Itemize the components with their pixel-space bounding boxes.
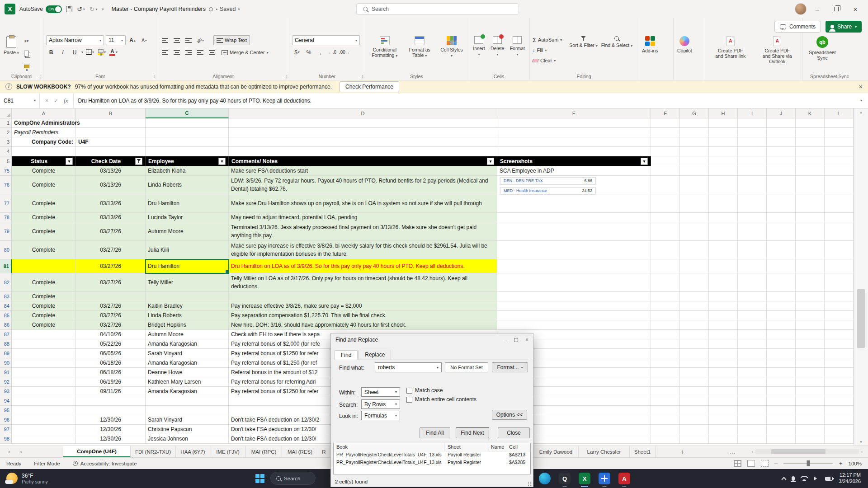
cell[interactable] [651, 311, 680, 320]
check-date-cell[interactable]: 03/27/26 [76, 222, 146, 241]
increase-decimal-button[interactable]: ←.0 [327, 47, 337, 57]
zoom-level[interactable]: 100% [849, 461, 862, 466]
find-results-list[interactable]: Book Sheet Name Cell PR_PayrollRegisterC… [333, 443, 531, 474]
merge-center-button[interactable]: Merge & Center▾ [219, 47, 271, 57]
cell[interactable] [651, 194, 680, 213]
cell[interactable] [767, 396, 796, 406]
alignment-launcher-icon[interactable] [284, 75, 287, 78]
name-box[interactable]: C81▾ [0, 93, 40, 108]
cell[interactable] [709, 128, 738, 137]
close-dialog-button[interactable]: Close [498, 427, 530, 438]
borders-button[interactable]: ▾ [85, 47, 95, 57]
addins-button[interactable]: Add-ins [641, 35, 659, 54]
copilot-button[interactable]: Copilot [676, 35, 693, 54]
cell[interactable] [796, 147, 825, 156]
employee-cell[interactable]: Sarah Vinyard [146, 415, 229, 425]
cell[interactable] [796, 292, 825, 301]
cell[interactable] [709, 137, 738, 147]
employee-cell[interactable]: Julia Kiili [146, 241, 229, 259]
cell[interactable] [825, 118, 854, 128]
cell[interactable] [651, 339, 680, 349]
excel-app-icon[interactable]: X [578, 472, 591, 485]
cell[interactable] [709, 222, 738, 241]
formula-input[interactable]: Dru Hamilton on LOA as of 3/9/26. So for… [74, 93, 854, 108]
screenshots-cell[interactable] [497, 311, 651, 320]
employee-cell[interactable]: Kathleen Mary Larsen [146, 377, 229, 387]
find-next-button[interactable]: Find Next [456, 427, 489, 438]
look-in-select[interactable]: Formulas▾ [361, 411, 400, 420]
screenshots-cell[interactable] [497, 194, 651, 213]
tabs-scroll-right-icon[interactable]: › [20, 448, 22, 455]
sheet-tab-haa-6y7-[interactable]: HAA (6Y7) [176, 446, 210, 457]
cell[interactable] [738, 320, 767, 330]
result-row[interactable]: PR_PayrollRegisterCheckLevelTotals_U4F_1… [334, 451, 530, 459]
cell[interactable] [825, 311, 854, 320]
cell[interactable] [825, 156, 854, 166]
cell[interactable] [825, 147, 854, 156]
column-header-B[interactable]: B [76, 108, 146, 118]
find-what-input[interactable]: roberts▾ [375, 362, 442, 372]
row-header-92[interactable]: 92 [0, 377, 12, 387]
cell[interactable] [680, 166, 709, 176]
cell[interactable] [825, 292, 854, 301]
cell[interactable] [709, 147, 738, 156]
hscroll-thumb[interactable] [771, 449, 826, 454]
cell[interactable] [796, 176, 825, 194]
column-header-H[interactable]: H [709, 108, 738, 118]
row-header-85[interactable]: 85 [0, 311, 12, 320]
cell[interactable] [680, 358, 709, 368]
check-date-cell[interactable]: 03/13/26 [76, 194, 146, 213]
row-header-81[interactable]: 81 [0, 259, 12, 273]
row-header-91[interactable]: 91 [0, 368, 12, 377]
cell[interactable] [651, 222, 680, 241]
cell[interactable] [796, 320, 825, 330]
cell[interactable] [825, 358, 854, 368]
cell[interactable] [825, 396, 854, 406]
cell[interactable] [680, 339, 709, 349]
sheet-tab-mai-res-[interactable]: MAI (RES) [282, 446, 318, 457]
cell[interactable] [767, 137, 796, 147]
share-button[interactable]: Share▾ [826, 21, 862, 33]
cell[interactable] [767, 349, 796, 358]
cell[interactable] [680, 259, 709, 273]
notes-cell[interactable]: LDW: 3/5/26. Pay 72 regular hours. Payou… [229, 176, 497, 194]
check-date-cell[interactable] [76, 406, 146, 415]
cell[interactable] [680, 368, 709, 377]
cell[interactable] [709, 349, 738, 358]
status-cell[interactable] [12, 377, 76, 387]
underline-button[interactable]: U [70, 47, 80, 57]
font-launcher-icon[interactable] [152, 75, 155, 78]
cell[interactable] [738, 128, 767, 137]
row-header-93[interactable]: 93 [0, 387, 12, 396]
status-cell[interactable]: Complete [12, 241, 76, 259]
cell[interactable] [651, 147, 680, 156]
employee-cell[interactable]: Elizabeth Kloha [146, 166, 229, 176]
row-header-95[interactable]: 95 [0, 406, 12, 415]
cell[interactable] [767, 273, 796, 292]
cell[interactable] [709, 301, 738, 311]
cell[interactable] [738, 137, 767, 147]
row-header-86[interactable]: 86 [0, 320, 12, 330]
column-header-J[interactable]: J [767, 108, 796, 118]
delete-cells-button[interactable]: Delete ▾ [489, 35, 506, 57]
notes-cell[interactable]: Telly Miller on LOA as of 3/17/26. Only … [229, 273, 497, 292]
cell[interactable] [825, 176, 854, 194]
cell[interactable] [767, 128, 796, 137]
align-middle-button[interactable] [172, 36, 182, 45]
status-cell[interactable] [12, 434, 76, 444]
fill-button[interactable]: ↓Fill▾ [533, 46, 562, 55]
cell[interactable] [651, 166, 680, 176]
cell[interactable] [796, 358, 825, 368]
employee-cell[interactable]: Jessica Johnson [146, 434, 229, 444]
cell[interactable] [825, 406, 854, 415]
column-header-A[interactable]: A [12, 108, 76, 118]
cell[interactable] [767, 118, 796, 128]
page-break-view-button[interactable] [761, 460, 769, 467]
row-header-94[interactable]: 94 [0, 396, 12, 406]
row-header-5[interactable]: 5 [0, 156, 12, 166]
cell[interactable] [738, 176, 767, 194]
cell[interactable] [146, 118, 229, 128]
employee-cell[interactable]: Bridget Hopkins [146, 320, 229, 330]
cell[interactable] [680, 292, 709, 301]
row-header-96[interactable]: 96 [0, 415, 12, 425]
